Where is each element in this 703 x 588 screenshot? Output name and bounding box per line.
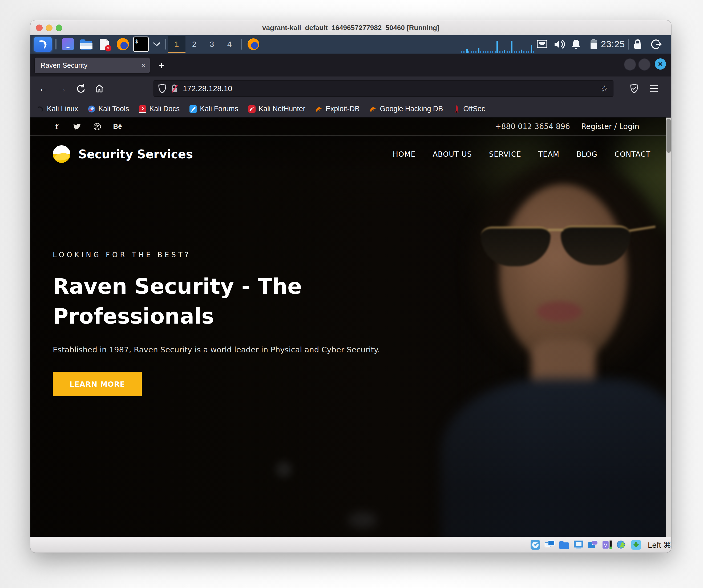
bookmark-kali-tools[interactable]: Kali Tools: [88, 105, 129, 113]
svg-text:V: V: [604, 542, 607, 548]
lock-screen-icon[interactable]: [633, 39, 642, 50]
window-title: vagrant-kali_default_1649657277982_50460…: [30, 24, 671, 32]
dribbble-icon[interactable]: [93, 123, 101, 131]
insecure-lock-icon[interactable]: [170, 84, 178, 93]
kali-tools-favicon: [88, 105, 96, 113]
chevron-down-icon: [153, 42, 160, 47]
display-icon[interactable]: [573, 539, 584, 550]
launcher-text-editor[interactable]: ✎: [96, 38, 112, 51]
audio-visualizer: [461, 40, 535, 54]
tab-title: Raven Security: [34, 61, 137, 70]
menu-hamburger-icon[interactable]: [647, 81, 661, 96]
bookmark-kali-docs[interactable]: Kali Docs: [139, 105, 180, 113]
logout-icon[interactable]: [651, 39, 662, 50]
site-nav: HOME ABOUT US SERVICE TEAM BLOG CONTACT: [393, 150, 650, 158]
google-hacking-db-favicon: [369, 105, 377, 113]
shared-clipboard-icon[interactable]: [631, 539, 641, 550]
launcher-firefox[interactable]: [115, 38, 131, 51]
home-button[interactable]: [92, 81, 106, 96]
new-tab-button[interactable]: +: [155, 60, 168, 72]
processor-icon[interactable]: V: [602, 539, 613, 550]
scrollbar-thumb[interactable]: [667, 119, 671, 153]
mouse-integration-icon[interactable]: [616, 539, 627, 550]
panel-separator: [241, 39, 242, 50]
xfwm-minimize-button[interactable]: [624, 58, 636, 71]
bookmark-exploit-db[interactable]: Exploit-DB: [315, 105, 360, 113]
bookmarks-toolbar: Kali Linux Kali Tools Kali Docs Kali For…: [30, 100, 671, 118]
file-manager-icon: [80, 39, 92, 50]
kali-menu-button[interactable]: [34, 37, 52, 52]
url-bar[interactable]: 172.28.128.10 ☆: [154, 80, 614, 97]
browser-tab[interactable]: Raven Security ×: [34, 58, 150, 73]
hero-kicker: LOOKING FOR THE BEST?: [53, 251, 426, 259]
network-tray-icon[interactable]: [537, 39, 547, 50]
tab-close-icon[interactable]: ×: [137, 61, 150, 70]
launcher-app-window[interactable]: ▪▪: [60, 38, 76, 51]
offsec-favicon: [453, 105, 461, 113]
nav-blog[interactable]: BLOG: [576, 150, 598, 158]
page-scrollbar[interactable]: [666, 118, 671, 542]
protections-shield-icon[interactable]: [627, 81, 641, 96]
app-window-icon: ▪▪: [62, 38, 74, 50]
panel-clock[interactable]: 23:25: [601, 39, 625, 49]
site-logo[interactable]: Security Services: [53, 145, 193, 163]
site-topbar: f Bē +880 012 3654 896 Register / Login: [30, 118, 671, 136]
bookmark-offsec[interactable]: OffSec: [453, 105, 485, 113]
learn-more-button[interactable]: LEARN MORE: [53, 372, 142, 396]
bookmark-kali-nethunter[interactable]: Kali NetHunter: [248, 105, 305, 113]
firefox-icon: [117, 38, 129, 50]
nav-about-us[interactable]: ABOUT US: [433, 150, 472, 158]
taskbar-firefox-window[interactable]: [246, 38, 261, 51]
nav-home[interactable]: HOME: [393, 150, 416, 158]
host-key-label: Left ⌘: [648, 540, 671, 549]
kali-nethunter-favicon: [248, 105, 256, 113]
bookmark-star-icon[interactable]: ☆: [601, 83, 608, 93]
firefox-tabbar: Raven Security × + ×: [30, 54, 671, 76]
twitter-icon[interactable]: [73, 123, 81, 131]
social-links: f Bē: [53, 123, 122, 131]
xfwm-maximize-button[interactable]: [638, 58, 650, 71]
bookmark-google-hacking-db[interactable]: Google Hacking DB: [369, 105, 443, 113]
launcher-terminal[interactable]: $_: [133, 38, 149, 51]
launcher-expand-chevron[interactable]: [151, 38, 163, 51]
tracking-protection-shield-icon[interactable]: [158, 84, 166, 93]
volume-icon[interactable]: [554, 39, 566, 50]
facebook-icon[interactable]: f: [53, 123, 61, 131]
panel-separator: [165, 39, 166, 50]
terminal-icon: $_: [133, 36, 149, 52]
workspace-2[interactable]: 2: [185, 36, 203, 52]
hard-disk-icon[interactable]: [530, 539, 541, 550]
panel-separator: [628, 39, 629, 50]
nav-team[interactable]: TEAM: [538, 150, 559, 158]
behance-icon[interactable]: Bē: [113, 123, 122, 131]
kali-panel: ▪▪ ✎ $_ 1 2 3 4: [30, 35, 671, 54]
bookmark-kali-linux[interactable]: Kali Linux: [36, 105, 78, 113]
forward-button[interactable]: →: [55, 81, 69, 96]
hero-title: Raven Security - The Professionals: [53, 272, 389, 331]
network-adapters-icon[interactable]: [544, 539, 555, 550]
vm-window: vagrant-kali_default_1649657277982_50460…: [30, 20, 671, 553]
launcher-file-manager[interactable]: [78, 38, 94, 51]
nav-contact[interactable]: CONTACT: [615, 150, 650, 158]
webcam-icon[interactable]: [588, 539, 598, 550]
url-text[interactable]: 172.28.128.10: [183, 84, 601, 93]
hero-section: LOOKING FOR THE BEST? Raven Security - T…: [53, 251, 426, 396]
workspace-4[interactable]: 4: [221, 36, 238, 52]
workspace-1[interactable]: 1: [168, 36, 185, 53]
bookmark-kali-forums[interactable]: Kali Forums: [189, 105, 238, 113]
exploit-db-favicon: [315, 105, 323, 113]
xfwm-close-button[interactable]: ×: [655, 58, 666, 70]
brand-name: Security Services: [78, 147, 193, 161]
kali-dragon-icon: [37, 39, 49, 50]
nav-service[interactable]: SERVICE: [489, 150, 521, 158]
register-login-link[interactable]: Register / Login: [581, 122, 639, 131]
battery-icon[interactable]: [590, 39, 598, 50]
kali-linux-favicon: [36, 105, 44, 113]
back-button[interactable]: ←: [36, 81, 51, 96]
notifications-bell-icon[interactable]: [571, 39, 581, 50]
firefox-icon: [248, 39, 259, 50]
firefox-navbar: ← → 172.28.128.10 ☆: [30, 76, 671, 100]
reload-button[interactable]: [74, 81, 88, 96]
shared-folders-icon[interactable]: [559, 539, 569, 550]
workspace-3[interactable]: 3: [203, 36, 221, 52]
